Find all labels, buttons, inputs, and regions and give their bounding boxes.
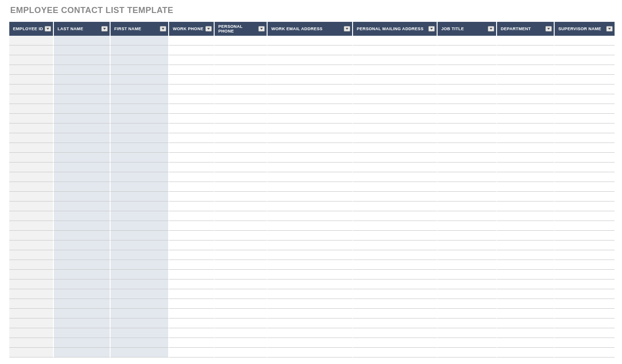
table-cell[interactable] xyxy=(497,124,555,133)
table-cell[interactable] xyxy=(9,202,54,211)
table-cell[interactable] xyxy=(268,270,353,280)
table-cell[interactable] xyxy=(215,289,268,299)
table-cell[interactable] xyxy=(497,231,555,240)
table-cell[interactable] xyxy=(215,348,268,358)
table-cell[interactable] xyxy=(555,94,615,104)
table-cell[interactable] xyxy=(268,289,353,299)
table-cell[interactable] xyxy=(169,309,215,318)
col-header-employee-id[interactable]: EMPLOYEE ID xyxy=(9,22,54,36)
table-cell[interactable] xyxy=(111,328,169,338)
table-cell[interactable] xyxy=(215,84,268,94)
table-cell[interactable] xyxy=(555,46,615,55)
table-cell[interactable] xyxy=(9,46,54,55)
table-cell[interactable] xyxy=(555,328,615,338)
filter-dropdown-icon[interactable] xyxy=(45,26,51,32)
table-cell[interactable] xyxy=(215,240,268,250)
table-cell[interactable] xyxy=(169,289,215,299)
table-cell[interactable] xyxy=(169,55,215,65)
table-cell[interactable] xyxy=(268,192,353,202)
table-cell[interactable] xyxy=(215,280,268,289)
table-cell[interactable] xyxy=(438,231,497,240)
table-cell[interactable] xyxy=(438,348,497,358)
table-cell[interactable] xyxy=(268,318,353,328)
table-cell[interactable] xyxy=(353,124,438,133)
table-cell[interactable] xyxy=(54,143,111,153)
table-cell[interactable] xyxy=(111,65,169,75)
table-cell[interactable] xyxy=(169,270,215,280)
table-cell[interactable] xyxy=(353,46,438,55)
table-cell[interactable] xyxy=(9,270,54,280)
table-cell[interactable] xyxy=(9,182,54,192)
table-cell[interactable] xyxy=(555,299,615,309)
table-cell[interactable] xyxy=(268,153,353,162)
table-cell[interactable] xyxy=(497,75,555,84)
table-cell[interactable] xyxy=(54,328,111,338)
table-cell[interactable] xyxy=(268,221,353,231)
table-cell[interactable] xyxy=(169,318,215,328)
table-cell[interactable] xyxy=(353,211,438,221)
table-cell[interactable] xyxy=(353,36,438,46)
table-cell[interactable] xyxy=(9,162,54,172)
table-cell[interactable] xyxy=(497,104,555,114)
table-cell[interactable] xyxy=(169,65,215,75)
col-header-first-name[interactable]: FIRST NAME xyxy=(111,22,169,36)
table-cell[interactable] xyxy=(215,221,268,231)
table-cell[interactable] xyxy=(215,114,268,124)
table-cell[interactable] xyxy=(215,65,268,75)
table-cell[interactable] xyxy=(438,162,497,172)
table-cell[interactable] xyxy=(215,75,268,84)
table-cell[interactable] xyxy=(9,318,54,328)
table-cell[interactable] xyxy=(111,104,169,114)
table-cell[interactable] xyxy=(268,231,353,240)
table-cell[interactable] xyxy=(497,94,555,104)
table-cell[interactable] xyxy=(54,94,111,104)
table-cell[interactable] xyxy=(111,309,169,318)
table-cell[interactable] xyxy=(215,270,268,280)
table-cell[interactable] xyxy=(353,328,438,338)
table-cell[interactable] xyxy=(497,289,555,299)
table-cell[interactable] xyxy=(353,94,438,104)
table-cell[interactable] xyxy=(215,328,268,338)
table-cell[interactable] xyxy=(215,260,268,270)
table-cell[interactable] xyxy=(9,36,54,46)
table-cell[interactable] xyxy=(438,309,497,318)
table-cell[interactable] xyxy=(169,240,215,250)
table-cell[interactable] xyxy=(555,36,615,46)
table-cell[interactable] xyxy=(54,65,111,75)
table-cell[interactable] xyxy=(353,172,438,182)
table-cell[interactable] xyxy=(169,202,215,211)
table-cell[interactable] xyxy=(497,221,555,231)
table-cell[interactable] xyxy=(497,318,555,328)
table-cell[interactable] xyxy=(54,299,111,309)
table-cell[interactable] xyxy=(268,328,353,338)
table-cell[interactable] xyxy=(9,55,54,65)
table-cell[interactable] xyxy=(54,84,111,94)
table-cell[interactable] xyxy=(438,114,497,124)
filter-dropdown-icon[interactable] xyxy=(606,26,613,32)
table-cell[interactable] xyxy=(555,202,615,211)
table-cell[interactable] xyxy=(169,143,215,153)
table-cell[interactable] xyxy=(169,114,215,124)
table-cell[interactable] xyxy=(353,289,438,299)
table-cell[interactable] xyxy=(353,84,438,94)
table-cell[interactable] xyxy=(268,240,353,250)
table-cell[interactable] xyxy=(268,280,353,289)
table-cell[interactable] xyxy=(268,162,353,172)
table-cell[interactable] xyxy=(9,172,54,182)
table-cell[interactable] xyxy=(54,338,111,348)
table-cell[interactable] xyxy=(353,221,438,231)
table-cell[interactable] xyxy=(353,309,438,318)
filter-dropdown-icon[interactable] xyxy=(545,26,552,32)
table-cell[interactable] xyxy=(438,202,497,211)
table-cell[interactable] xyxy=(353,318,438,328)
table-cell[interactable] xyxy=(54,231,111,240)
table-cell[interactable] xyxy=(268,348,353,358)
table-cell[interactable] xyxy=(438,192,497,202)
table-cell[interactable] xyxy=(497,162,555,172)
table-cell[interactable] xyxy=(54,289,111,299)
table-cell[interactable] xyxy=(438,153,497,162)
table-cell[interactable] xyxy=(555,270,615,280)
table-cell[interactable] xyxy=(9,104,54,114)
table-cell[interactable] xyxy=(9,299,54,309)
table-cell[interactable] xyxy=(9,309,54,318)
